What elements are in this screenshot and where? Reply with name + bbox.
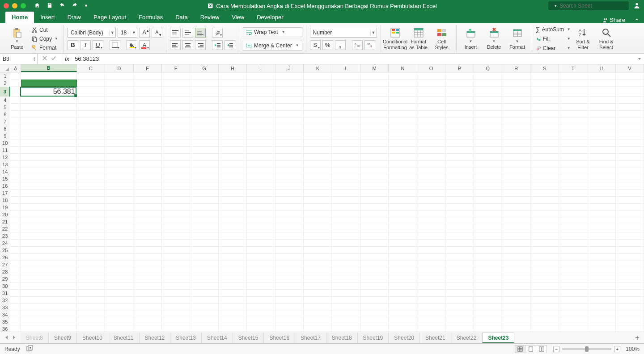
cell-B32[interactable] [21,297,77,304]
cell-D10[interactable] [105,139,133,147]
cell-N1[interactable] [389,72,417,80]
cell-Q11[interactable] [474,147,502,154]
cell-F17[interactable] [162,190,190,197]
cell-C20[interactable] [77,211,105,218]
cell-E26[interactable] [133,254,161,261]
cell-H26[interactable] [219,254,247,261]
cell-U18[interactable] [587,197,615,204]
cell-V24[interactable] [616,240,644,247]
cell-Q30[interactable] [474,282,502,290]
cell-G14[interactable] [190,168,218,175]
tab-review[interactable]: Review [194,12,226,23]
cell-A30[interactable] [10,282,21,290]
cell-K6[interactable] [304,111,332,118]
cell-N4[interactable] [389,97,417,104]
cell-P4[interactable] [445,97,474,104]
cell-R10[interactable] [502,139,530,147]
cell-I22[interactable] [247,225,275,232]
cell-U28[interactable] [587,268,615,275]
cell-O35[interactable] [417,318,445,325]
cell-R25[interactable] [502,247,530,254]
cell-A2[interactable] [10,80,21,87]
cell-B34[interactable] [21,311,77,318]
cell-D9[interactable] [105,132,133,139]
wrap-text-button[interactable]: Wrap Text▼ [243,27,302,37]
cell-C18[interactable] [77,197,105,204]
row-header-22[interactable]: 22 [0,225,10,232]
cell-T36[interactable] [559,325,587,332]
row-header-33[interactable]: 33 [0,304,10,311]
cell-O21[interactable] [417,218,445,225]
cell-P18[interactable] [445,197,474,204]
sheet-tab-sheet11[interactable]: Sheet11 [108,333,140,343]
cell-V28[interactable] [616,268,644,275]
cell-K23[interactable] [304,232,332,240]
cell-T9[interactable] [559,132,587,139]
cell-E27[interactable] [133,261,161,268]
cell-T28[interactable] [559,268,587,275]
sheet-tab-sheet14[interactable]: Sheet14 [202,333,233,343]
cell-C15[interactable] [77,175,105,182]
cell-F10[interactable] [162,139,190,147]
cell-K18[interactable] [304,197,332,204]
cell-F8[interactable] [162,125,190,132]
cell-T12[interactable] [559,154,587,161]
cell-I33[interactable] [247,304,275,311]
cell-U20[interactable] [587,211,615,218]
align-bottom-button[interactable] [195,28,206,38]
cell-B6[interactable] [21,111,77,118]
cell-J19[interactable] [275,204,304,211]
cell-V20[interactable] [616,211,644,218]
cell-L30[interactable] [332,282,360,290]
cell-C22[interactable] [77,225,105,232]
cell-R15[interactable] [502,175,530,182]
cell-K15[interactable] [304,175,332,182]
cell-I16[interactable] [247,182,275,190]
cell-I8[interactable] [247,125,275,132]
cell-E8[interactable] [133,125,161,132]
cell-E15[interactable] [133,175,161,182]
name-box[interactable]: B3 ▴▾ [0,54,38,64]
cell-G25[interactable] [190,247,218,254]
cell-S9[interactable] [530,132,559,139]
cell-E23[interactable] [133,232,161,240]
cell-T33[interactable] [559,304,587,311]
cell-G16[interactable] [190,182,218,190]
cell-U23[interactable] [587,232,615,240]
cell-R18[interactable] [502,197,530,204]
cell-C31[interactable] [77,290,105,297]
cell-I6[interactable] [247,111,275,118]
cell-D29[interactable] [105,275,133,282]
cell-K24[interactable] [304,240,332,247]
cell-Q29[interactable] [474,275,502,282]
column-header-R[interactable]: R [502,64,530,72]
cell-T6[interactable] [559,111,587,118]
row-header-20[interactable]: 20 [0,211,10,218]
cell-J30[interactable] [275,282,304,290]
cell-D35[interactable] [105,318,133,325]
cell-T30[interactable] [559,282,587,290]
cell-N25[interactable] [389,247,417,254]
zoom-slider[interactable] [562,348,611,350]
cell-D4[interactable] [105,97,133,104]
cell-O27[interactable] [417,261,445,268]
cell-V8[interactable] [616,125,644,132]
cell-P12[interactable] [445,154,474,161]
cell-L11[interactable] [332,147,360,154]
cell-L3[interactable] [332,87,360,97]
cell-E34[interactable] [133,311,161,318]
cell-S21[interactable] [530,218,559,225]
cell-R31[interactable] [502,290,530,297]
cell-O11[interactable] [417,147,445,154]
cell-O3[interactable] [417,87,445,97]
cell-Q9[interactable] [474,132,502,139]
cell-S1[interactable] [530,72,559,80]
cell-J12[interactable] [275,154,304,161]
cell-F15[interactable] [162,175,190,182]
zoom-out-button[interactable]: − [553,346,559,352]
cell-C32[interactable] [77,297,105,304]
cell-K3[interactable] [304,87,332,97]
cell-K11[interactable] [304,147,332,154]
cell-P11[interactable] [445,147,474,154]
cell-U1[interactable] [587,72,615,80]
